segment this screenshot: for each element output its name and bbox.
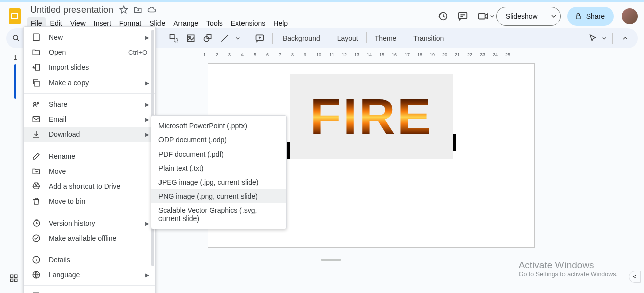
file-menu-open[interactable]: OpenCtrl+O xyxy=(24,45,155,60)
file-menu-language[interactable]: Language▶ xyxy=(24,267,155,282)
share-button[interactable]: Share xyxy=(567,7,614,26)
download-option-4[interactable]: JPEG image (.jpg, current slide) xyxy=(151,175,286,189)
download-option-0[interactable]: Microsoft PowerPoint (.pptx) xyxy=(151,119,286,133)
ruler: 1234567891011121314151617181920212223242… xyxy=(195,51,638,60)
file-menu-move-to-bin[interactable]: Move to bin xyxy=(24,194,155,209)
submenu-arrow-icon: ▶ xyxy=(145,35,149,40)
comment-add-icon[interactable] xyxy=(252,31,267,46)
file-menu-import-slides[interactable]: Import slides xyxy=(24,60,155,75)
email-icon xyxy=(32,115,42,124)
selection-handle-left[interactable] xyxy=(287,142,290,159)
ruler-mark: 17 xyxy=(405,52,410,57)
rename-icon xyxy=(32,152,42,161)
menu-extensions[interactable]: Extensions xyxy=(227,17,269,29)
grid-view-icon[interactable] xyxy=(9,274,18,283)
shape-icon[interactable] xyxy=(200,31,215,46)
account-avatar[interactable] xyxy=(622,8,638,24)
menu-tools[interactable]: Tools xyxy=(203,17,226,29)
doc-title[interactable]: Untitled presentation xyxy=(28,4,115,16)
svg-rect-16 xyxy=(15,275,17,277)
toolbar-background[interactable]: Background xyxy=(278,32,326,44)
separator xyxy=(366,32,367,43)
crop-icon[interactable] xyxy=(183,31,198,46)
shortcut: Ctrl+O xyxy=(128,49,147,56)
open-icon xyxy=(32,48,42,57)
ruler-mark: 2 xyxy=(216,52,218,57)
svg-rect-9 xyxy=(170,35,174,39)
search-icon[interactable] xyxy=(11,31,21,46)
file-menu-rename[interactable]: Rename xyxy=(24,149,155,164)
selection-handle-right[interactable] xyxy=(453,134,456,151)
file-menu-new[interactable]: New▶ xyxy=(24,30,155,45)
svg-rect-7 xyxy=(576,16,580,19)
submenu-arrow-icon: ▶ xyxy=(145,272,149,278)
cursor-icon[interactable] xyxy=(585,31,600,46)
file-menu-make-a-copy[interactable]: Make a copy▶ xyxy=(24,75,155,90)
cursor-dropdown[interactable] xyxy=(602,36,607,40)
file-menu-move[interactable]: Move xyxy=(24,164,155,179)
menu-arrange[interactable]: Arrange xyxy=(170,17,202,29)
slideshow-button[interactable]: Slideshow xyxy=(496,7,561,26)
ruler-mark: 11 xyxy=(329,52,334,57)
download-option-5[interactable]: PNG image (.png, current slide) xyxy=(151,189,286,203)
share-label: Share xyxy=(586,12,605,20)
toolbar-transition[interactable]: Transition xyxy=(408,32,449,44)
ruler-mark: 5 xyxy=(254,52,256,57)
file-menu-download[interactable]: Download▶ xyxy=(24,127,155,142)
ruler-mark: 18 xyxy=(417,52,422,57)
line-dropdown[interactable] xyxy=(234,31,242,46)
svg-point-8 xyxy=(13,35,18,40)
ruler-mark: 9 xyxy=(304,52,306,57)
history-icon[interactable] xyxy=(436,9,450,23)
download-option-1[interactable]: ODP document (.odp) xyxy=(151,133,286,147)
comments-icon[interactable] xyxy=(456,9,470,23)
fm-label: Download xyxy=(49,130,147,138)
fire-image-object[interactable]: FIRE xyxy=(290,74,453,159)
svg-rect-17 xyxy=(10,279,13,282)
slides-logo[interactable] xyxy=(6,6,23,26)
fm-label: Make available offline xyxy=(49,234,147,242)
new-icon xyxy=(32,33,42,42)
toolbar-layout[interactable]: Layout xyxy=(332,32,363,44)
ruler-mark: 3 xyxy=(228,52,231,57)
star-icon[interactable] xyxy=(119,5,128,14)
move-icon[interactable] xyxy=(133,5,142,14)
fm-label: Move to bin xyxy=(49,197,147,205)
slideshow-dropdown[interactable] xyxy=(547,7,560,25)
copy-icon xyxy=(32,78,42,87)
menu-help[interactable]: Help xyxy=(270,17,291,29)
svg-rect-19 xyxy=(33,34,39,41)
details-icon xyxy=(32,255,42,264)
ruler-mark: 15 xyxy=(379,52,384,57)
toolbar-theme[interactable]: Theme xyxy=(370,32,402,44)
cloud-icon[interactable] xyxy=(147,5,156,14)
separator xyxy=(612,33,613,44)
explore-button[interactable]: < xyxy=(629,271,641,283)
ruler-mark: 13 xyxy=(354,52,359,57)
collapse-icon[interactable] xyxy=(618,31,633,46)
menu-separator xyxy=(24,212,155,212)
fm-label: Version history xyxy=(49,219,147,227)
menu-separator xyxy=(24,93,155,94)
file-menu-add-a-shortcut-to-drive[interactable]: Add a shortcut to Drive xyxy=(24,179,155,194)
file-menu-page-setup[interactable]: Page setup xyxy=(24,289,155,293)
slideshow-label: Slideshow xyxy=(497,7,547,25)
mask-icon[interactable] xyxy=(166,31,181,46)
file-menu-email[interactable]: Email▶ xyxy=(24,112,155,127)
file-menu-version-history[interactable]: Version history▶ xyxy=(24,215,155,231)
slide-thumbnail[interactable] xyxy=(14,64,16,99)
header: Untitled presentation FileEditViewInsert… xyxy=(0,2,644,28)
file-menu-share[interactable]: Share▶ xyxy=(24,97,155,112)
line-icon[interactable] xyxy=(217,31,232,46)
download-option-2[interactable]: PDF document (.pdf) xyxy=(151,147,286,161)
download-option-6[interactable]: Scalable Vector Graphics (.svg, current … xyxy=(151,203,286,226)
fm-label: Move xyxy=(49,167,147,175)
file-menu-make-available-offline[interactable]: Make available offline xyxy=(24,231,155,246)
ruler-mark: 19 xyxy=(430,52,435,57)
file-menu-details[interactable]: Details xyxy=(24,252,155,267)
ruler-mark: 23 xyxy=(480,52,485,57)
meet-icon[interactable] xyxy=(476,9,490,23)
notes-resize-handle[interactable] xyxy=(321,259,341,261)
download-option-3[interactable]: Plain text (.txt) xyxy=(151,161,286,175)
fm-label: Share xyxy=(49,100,147,108)
